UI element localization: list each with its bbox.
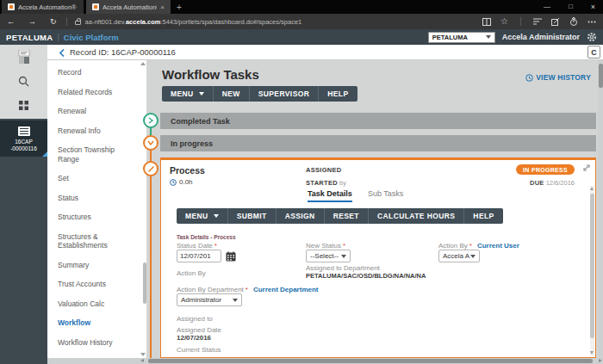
task-hours: 0.0h [170, 178, 193, 186]
panel-scrollbar[interactable] [590, 186, 594, 355]
sidebar-item-structures-establishments[interactable]: Structures & Establishments [47, 227, 146, 256]
scroll-left-icon[interactable] [140, 359, 144, 362]
clock-icon [170, 179, 177, 186]
scroll-up-icon[interactable] [140, 62, 146, 65]
task-help-button[interactable]: HELP [464, 208, 502, 224]
refresh-button[interactable]: ↻ [43, 17, 64, 26]
sidebar-item-workflow[interactable]: Workflow [47, 313, 146, 333]
browser-window: Accela Automation® Accela Automation® × … [0, 0, 603, 364]
scroll-down-icon[interactable] [590, 351, 594, 355]
scroll-up-icon[interactable] [590, 187, 594, 190]
current-user-link[interactable]: Current User [477, 242, 519, 250]
tab-close-icon[interactable]: × [160, 3, 165, 11]
calculate-hours-button[interactable]: CALCULATE HOURS [369, 208, 464, 224]
agency-select-value: PETALUMA [432, 34, 468, 41]
form-section-label: Task Details - Process [177, 234, 236, 240]
sidebar-item-trust-accounts[interactable]: Trust Accounts [47, 275, 146, 294]
view-history-link[interactable]: VIEW HISTORY [525, 73, 591, 82]
browser-tab-active[interactable]: Accela Automation® × [86, 0, 171, 14]
supervisor-button[interactable]: SUPERVISOR [250, 86, 320, 102]
sidebar-item-section-township-range[interactable]: Section Township Range [47, 140, 146, 169]
sidebar-item-renewal-info[interactable]: Renewal Info [47, 121, 146, 141]
sidebar-item-work-order-task[interactable]: Work Order Task [47, 352, 146, 358]
expand-panel-icon[interactable] [582, 163, 591, 172]
date-picker-button[interactable] [224, 250, 238, 262]
favorites-star-icon[interactable]: ☆ [500, 17, 508, 26]
refresh-record-button[interactable]: C [587, 46, 600, 59]
sidebar-item-workflow-history[interactable]: Workflow History [47, 333, 146, 353]
due-date-value: 12/6/2016 [546, 179, 575, 187]
maximize-button[interactable]: □ [569, 0, 573, 14]
task-menu-label: MENU [185, 212, 208, 220]
back-chevron-icon[interactable] [59, 49, 65, 57]
scrollbar-thumb[interactable] [148, 359, 593, 363]
chevron-right-icon [148, 117, 153, 124]
scrollbar-thumb[interactable] [590, 194, 594, 338]
browser-tab-bar: Accela Automation® Accela Automation® × … [0, 0, 603, 14]
new-button[interactable]: NEW [214, 86, 250, 102]
sidebar-item-summary[interactable]: Summary [47, 256, 146, 275]
status-badge: IN PROGRESS [516, 164, 575, 175]
accela-favicon-icon [92, 3, 99, 10]
record-nav-sidebar: Record Related Records Renewal Renewal I… [47, 60, 146, 358]
web-note-icon[interactable] [551, 18, 560, 26]
reset-button[interactable]: RESET [325, 208, 369, 224]
launchpad-button[interactable] [0, 45, 47, 69]
current-status-label: Current Status [177, 346, 221, 354]
reading-view-icon[interactable] [482, 18, 491, 26]
back-button[interactable]: ← [0, 17, 22, 26]
hub-icon[interactable] [533, 18, 542, 25]
current-department-link[interactable]: Current Department [253, 286, 319, 293]
sidebar-item-related-records[interactable]: Related Records [47, 83, 146, 102]
section-in-progress[interactable]: In progress [160, 135, 596, 151]
record-id-title: Record ID: 16CAP-00000116 [70, 45, 176, 60]
record-space-tile[interactable]: 16CAP -00000116 [0, 120, 47, 157]
action-by-select[interactable]: Accela A [438, 250, 480, 262]
scroll-right-icon[interactable] [599, 359, 602, 362]
close-button[interactable]: × [591, 0, 595, 14]
scroll-down-icon[interactable] [140, 353, 146, 356]
section-completed-task[interactable]: Completed Task [160, 113, 596, 129]
assign-button[interactable]: ASSIGN [277, 208, 325, 224]
sidebar-item-set[interactable]: Set [47, 169, 146, 188]
tile-record-id-line2: -00000116 [10, 145, 37, 151]
tab-title: Accela Automation® [103, 3, 157, 11]
tab-task-details[interactable]: Task Details [308, 189, 352, 202]
status-date-input[interactable] [177, 250, 221, 262]
sidebar-item-valuation-calc[interactable]: Valuation Calc [47, 294, 146, 314]
apps-grid-button[interactable] [0, 93, 47, 117]
submit-button[interactable]: SUBMIT [228, 208, 277, 224]
browser-tab[interactable]: Accela Automation® [2, 0, 84, 14]
sidebar-item-structures[interactable]: Structures [47, 207, 146, 227]
lock-icon [75, 21, 81, 25]
window-controls: — □ × [544, 0, 603, 14]
new-status-select[interactable]: --Select-- [306, 250, 351, 262]
share-icon[interactable] [569, 17, 578, 26]
divider: | [57, 33, 59, 41]
sidebar-item-status[interactable]: Status [47, 188, 146, 208]
app-header: PETALUMA | Civic Platform PETALUMA Accel… [0, 29, 603, 45]
main-vertical-scrollbar[interactable] [598, 60, 603, 358]
menu-button[interactable]: MENU [162, 86, 214, 102]
more-options-icon[interactable] [587, 21, 596, 23]
due-label: DUE [530, 179, 544, 187]
action-by-department-select[interactable]: Administrator [177, 293, 242, 306]
settings-gear-icon[interactable] [587, 32, 597, 42]
product-name: Civic Platform [64, 33, 119, 42]
search-button[interactable] [0, 69, 47, 93]
task-menu-button[interactable]: MENU [177, 208, 228, 224]
started-label: STARTED by [306, 179, 346, 187]
tab-sub-tasks[interactable]: Sub Tasks [368, 189, 403, 202]
address-bar[interactable]: aa-nft001.dev.accela.com:5443/portlets/s… [85, 18, 482, 26]
help-button[interactable]: HELP [319, 86, 357, 102]
scrollbar-thumb[interactable] [599, 64, 603, 88]
agency-select[interactable]: PETALUMA [428, 32, 495, 43]
minimize-button[interactable]: — [544, 0, 550, 14]
main-horizontal-scrollbar[interactable] [47, 358, 603, 364]
new-tab-button[interactable]: + [171, 0, 188, 14]
required-marker: * [214, 242, 217, 250]
sidebar-list: Record Related Records Renewal Renewal I… [47, 60, 146, 358]
sidebar-item-record[interactable]: Record [47, 63, 146, 83]
sidebar-item-renewal[interactable]: Renewal [47, 102, 146, 121]
forward-button[interactable]: → [22, 17, 43, 26]
